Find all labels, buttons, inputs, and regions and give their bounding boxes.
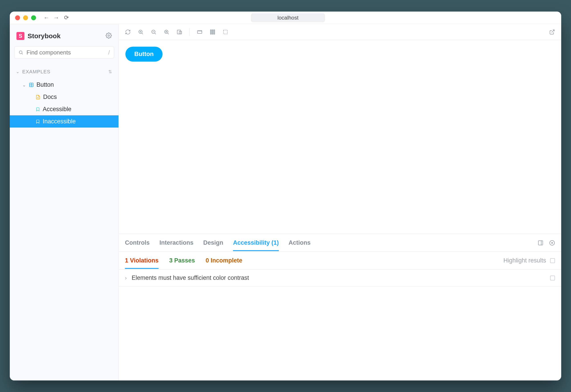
gear-icon[interactable] [106, 32, 112, 40]
viewport-icon[interactable] [177, 29, 182, 35]
a11y-subtabs: 1 Violations 3 Passes 0 Incomplete Highl… [119, 252, 561, 269]
logo-text: Storybook [28, 32, 60, 40]
open-external-icon[interactable] [549, 29, 555, 35]
sidebar-item-inaccessible[interactable]: Inaccessible [10, 115, 118, 127]
main-panel: Button Controls Interactions Design Acce… [119, 24, 561, 380]
browser-window: ← → ⟳ localhost S Storybook / [10, 12, 561, 380]
violation-item[interactable]: › Elements must have sufficient color co… [119, 269, 561, 286]
window-controls [15, 15, 36, 20]
chevron-down-icon: ⌄ [16, 69, 20, 74]
svg-rect-9 [224, 30, 227, 34]
zoom-in-icon[interactable] [138, 29, 144, 35]
minimize-window-icon[interactable] [23, 15, 28, 20]
storybook-logo-icon: S [16, 32, 25, 40]
sidebar-item-docs[interactable]: Docs [10, 91, 118, 103]
tab-accessibility[interactable]: Accessibility (1) [233, 235, 279, 251]
search-icon [18, 50, 23, 55]
search-input[interactable]: / [14, 46, 114, 59]
close-window-icon[interactable] [15, 15, 20, 20]
svg-rect-10 [538, 241, 543, 245]
subtab-passes[interactable]: 3 Passes [169, 257, 195, 264]
bookmark-icon [36, 119, 40, 124]
back-icon[interactable]: ← [43, 14, 49, 21]
maximize-window-icon[interactable] [31, 15, 36, 20]
logo[interactable]: S Storybook [16, 32, 60, 40]
grid-icon[interactable] [210, 29, 215, 35]
sidebar-section-examples[interactable]: ⌄ Examples ⇅ [10, 65, 118, 79]
highlight-results-checkbox[interactable] [550, 258, 555, 263]
addons-tabs: Controls Interactions Design Accessibili… [119, 234, 561, 252]
nav-arrows: ← → [43, 14, 59, 21]
outline-icon[interactable] [223, 29, 228, 35]
url-bar[interactable]: localhost [251, 13, 325, 22]
story-canvas: Button [119, 40, 561, 234]
highlight-results-label: Highlight results [503, 257, 546, 264]
canvas-toolbar [119, 24, 561, 40]
close-panel-icon[interactable] [549, 240, 555, 246]
tab-interactions[interactable]: Interactions [159, 235, 193, 251]
chevron-down-icon: ⌄ [22, 82, 26, 87]
tree-label: Inaccessible [43, 118, 76, 125]
sync-icon[interactable] [125, 29, 131, 35]
expand-collapse-icon[interactable]: ⇅ [108, 69, 112, 74]
section-label: Examples [22, 69, 50, 75]
zoom-reset-icon[interactable] [164, 29, 170, 35]
zoom-out-icon[interactable] [151, 29, 157, 35]
svg-rect-7 [179, 31, 182, 34]
tree-label: Button [36, 81, 54, 88]
addons-panel: Controls Interactions Design Accessibili… [119, 234, 561, 380]
subtab-incomplete[interactable]: 0 Incomplete [206, 257, 242, 264]
document-icon [36, 95, 41, 99]
subtab-violations[interactable]: 1 Violations [125, 252, 158, 269]
forward-icon[interactable]: → [53, 14, 59, 21]
tree-label: Docs [43, 94, 57, 100]
sidebar-item-button[interactable]: ⌄ Button [10, 79, 118, 91]
search-field[interactable] [27, 49, 105, 56]
svg-rect-6 [177, 30, 181, 34]
tab-controls[interactable]: Controls [125, 235, 150, 251]
search-shortcut-hint: / [108, 49, 110, 56]
tab-actions[interactable]: Actions [289, 235, 311, 251]
violation-title: Elements must have sufficient color cont… [132, 274, 249, 281]
demo-button[interactable]: Button [125, 47, 163, 62]
sidebar-item-accessible[interactable]: Accessible [10, 103, 118, 115]
chevron-right-icon[interactable]: › [125, 275, 127, 281]
titlebar: ← → ⟳ localhost [10, 12, 561, 24]
toolbar-divider [189, 28, 190, 36]
svg-point-0 [108, 35, 110, 36]
bookmark-icon [36, 107, 40, 112]
ruler-icon[interactable] [197, 29, 202, 35]
tree-label: Accessible [43, 106, 71, 113]
svg-point-1 [19, 51, 22, 54]
reload-icon[interactable]: ⟳ [64, 14, 69, 21]
tab-design[interactable]: Design [203, 235, 223, 251]
violation-checkbox[interactable] [550, 276, 555, 280]
component-icon [29, 83, 34, 87]
panel-position-icon[interactable] [538, 240, 543, 246]
sidebar: S Storybook / ⌄ Examples ⇅ [10, 24, 119, 380]
